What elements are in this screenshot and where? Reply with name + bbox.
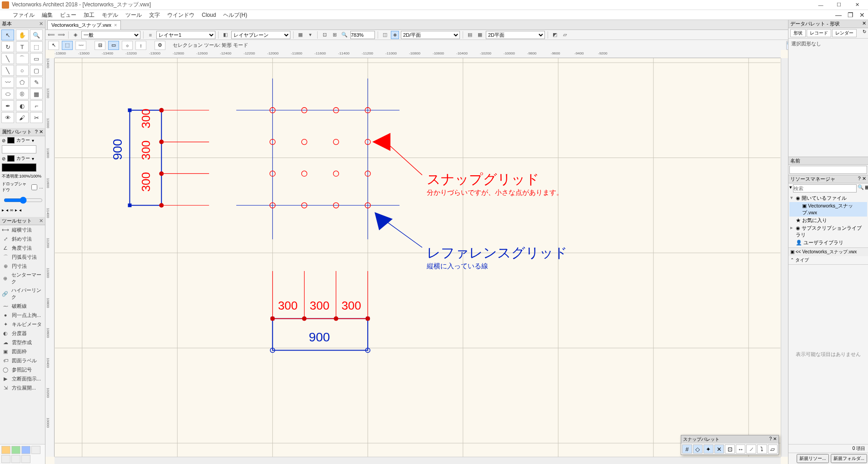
- snap-palette[interactable]: スナップパレット? ✕ # ◇ ✦ ✕ ⊡ ↔ ⟋ ⤵ ▱: [681, 435, 779, 455]
- polygon-tool[interactable]: ⬠: [16, 77, 29, 88]
- rmgr-type-toggle-icon[interactable]: ⌃: [790, 257, 794, 262]
- toolset-cat-detail[interactable]: [21, 446, 30, 454]
- document-tab[interactable]: Vectorworks_スナップ.vwx ×: [47, 20, 121, 30]
- snap-tangent-icon[interactable]: ⤵: [757, 444, 767, 454]
- data-tab-record[interactable]: レコード: [807, 29, 831, 37]
- round-rect-tool[interactable]: ▢: [30, 65, 43, 76]
- pen-none-icon[interactable]: ⊘: [2, 156, 5, 161]
- attr-picker-tool[interactable]: 🖌: [16, 112, 29, 123]
- line2-tool[interactable]: ╲: [1, 65, 14, 76]
- toolset-cat-7[interactable]: [21, 455, 30, 463]
- mirror-tool[interactable]: ◐: [16, 100, 29, 111]
- rmgr-search-input[interactable]: [793, 184, 857, 193]
- standard-view-select[interactable]: 2D/平面: [401, 31, 460, 39]
- menu-view[interactable]: ビュー: [56, 10, 80, 20]
- snap-object-icon[interactable]: ◇: [693, 444, 703, 454]
- zoom-input[interactable]: [350, 31, 375, 39]
- selection-tool[interactable]: ↖: [1, 30, 14, 40]
- lineweight-slider[interactable]: [4, 197, 43, 204]
- pan-tool[interactable]: ✋: [16, 30, 29, 40]
- plane-icon[interactable]: ◧: [221, 31, 229, 39]
- nav-fwd-icon[interactable]: ⟹: [57, 31, 65, 39]
- zoom-tool[interactable]: 🔍: [30, 30, 43, 40]
- snap-help-icon[interactable]: ?: [769, 436, 772, 441]
- class-icon[interactable]: ◈: [71, 31, 80, 39]
- attr-help-icon[interactable]: ? ✕: [35, 129, 43, 135]
- flyover-tool[interactable]: ↻: [1, 41, 14, 52]
- toolset-item[interactable]: 🏷図面ラベル: [0, 356, 45, 365]
- toolset-item[interactable]: ⊕円寸法: [0, 262, 45, 271]
- fill-dropdown-icon[interactable]: ▾: [32, 138, 34, 143]
- perspective-icon[interactable]: ▱: [561, 31, 569, 39]
- data-palette-close-icon[interactable]: ✕: [862, 20, 866, 27]
- mode-lasso-icon[interactable]: 〰: [75, 41, 86, 50]
- saved-view-icon[interactable]: ▦: [296, 31, 304, 39]
- toolset-item[interactable]: 🔗ハイパーリンク: [0, 286, 45, 301]
- tree-current-file[interactable]: ▣ Vectorworks_スナップ.vwx: [789, 202, 867, 217]
- tab-close-icon[interactable]: ×: [114, 22, 117, 28]
- marker-prev-icon[interactable]: ◂: [6, 207, 8, 212]
- fillet-tool[interactable]: ⌐: [30, 100, 43, 111]
- toolset-item[interactable]: ☁雲型作成: [0, 338, 45, 347]
- clip-tool[interactable]: ✂: [30, 112, 43, 123]
- rmgr-new-resource-button[interactable]: 新規リソー...: [797, 454, 828, 463]
- snap-edge-icon[interactable]: ⟋: [746, 444, 756, 454]
- rmgr-search-icon[interactable]: 🔍: [858, 184, 864, 193]
- polyline-tool[interactable]: 〰: [1, 77, 14, 88]
- mode-move-icon[interactable]: ↕: [135, 41, 146, 50]
- snap-working-plane-icon[interactable]: ▱: [768, 444, 778, 454]
- resource-mgr-help-icon[interactable]: ? ✕: [858, 176, 866, 183]
- text-tool[interactable]: T: [16, 41, 29, 52]
- marker-end-icon[interactable]: ◂: [19, 207, 21, 212]
- fill-swatch[interactable]: [7, 137, 15, 143]
- toolset-cat-5[interactable]: [1, 455, 10, 463]
- doc-minimize-button[interactable]: —: [833, 10, 844, 20]
- pen-style-swatch[interactable]: [2, 163, 36, 172]
- rmgr-new-folder-button[interactable]: 新規フォルダ...: [831, 454, 867, 463]
- toolset-close-icon[interactable]: ✕: [39, 218, 43, 224]
- toolset-item[interactable]: ⊕センターマーク: [0, 271, 45, 286]
- toolset-item[interactable]: ✦キルビメータ: [0, 320, 45, 329]
- layer-select[interactable]: レイヤー1: [156, 31, 215, 39]
- vertical-scrollbar[interactable]: [781, 58, 788, 457]
- menu-help[interactable]: ヘルプ(H): [219, 10, 251, 20]
- unified-view-icon[interactable]: ◫: [381, 31, 389, 39]
- close-button[interactable]: ✕: [848, 0, 866, 10]
- menu-window[interactable]: ウインドウ: [164, 10, 198, 20]
- maximize-button[interactable]: ☐: [830, 0, 848, 10]
- horizontal-scrollbar[interactable]: [55, 457, 781, 464]
- plane-select[interactable]: レイヤプレーン: [231, 31, 290, 39]
- toolset-item[interactable]: ◐分度器: [0, 329, 45, 338]
- doc-close-button[interactable]: ✕: [856, 10, 868, 20]
- mode-rect-select-icon[interactable]: ⬚: [62, 41, 73, 50]
- tree-user-lib[interactable]: 👤 ユーザライブラリ: [789, 239, 867, 247]
- toolset-item[interactable]: ●同一点上拘...: [0, 311, 45, 320]
- data-tab-shape[interactable]: 形状: [790, 29, 806, 37]
- snap-smart-icon[interactable]: ⊡: [725, 444, 735, 454]
- rmgr-breadcrumb[interactable]: ▣ << Vectorworks_スナップ.vwx: [788, 247, 868, 256]
- toolset-item[interactable]: ⟷縦横寸法: [0, 225, 45, 234]
- spiral-tool[interactable]: ®: [16, 89, 29, 99]
- rmgr-home-icon[interactable]: ▾: [789, 184, 792, 193]
- callout-tool[interactable]: ⬚: [30, 41, 43, 52]
- tree-open-files[interactable]: ▾◉ 開いているファイル: [789, 194, 867, 202]
- render-mode-icon[interactable]: ▤: [466, 31, 474, 39]
- fit-objects-icon[interactable]: ⊞: [330, 31, 339, 39]
- menu-cloud[interactable]: Cloud: [198, 10, 219, 20]
- snap-angle-icon[interactable]: ✦: [703, 444, 713, 454]
- doc-restore-button[interactable]: ❐: [844, 10, 856, 20]
- rmgr-view-icon[interactable]: ▦: [865, 184, 868, 193]
- marker-next-icon[interactable]: ▸: [15, 207, 17, 212]
- toolset-item[interactable]: ⌒円弧長寸法: [0, 252, 45, 262]
- rotate-plan-icon[interactable]: ◈: [391, 31, 399, 39]
- zoom-icon[interactable]: 🔍: [340, 31, 349, 39]
- mode-cursor-icon[interactable]: ↖: [48, 41, 59, 50]
- marker-start-icon[interactable]: ▸: [2, 207, 4, 212]
- pen-dropdown-icon[interactable]: ▾: [32, 156, 34, 161]
- fit-page-icon[interactable]: ⊡: [320, 31, 329, 39]
- toolset-item[interactable]: ⁓破断線: [0, 301, 45, 311]
- render-select[interactable]: 2D平面: [486, 31, 545, 39]
- toolset-item[interactable]: ⇲方位展開...: [0, 383, 45, 392]
- snap-intersect-icon[interactable]: ✕: [714, 444, 724, 454]
- marker-link-icon[interactable]: ∞: [10, 207, 13, 212]
